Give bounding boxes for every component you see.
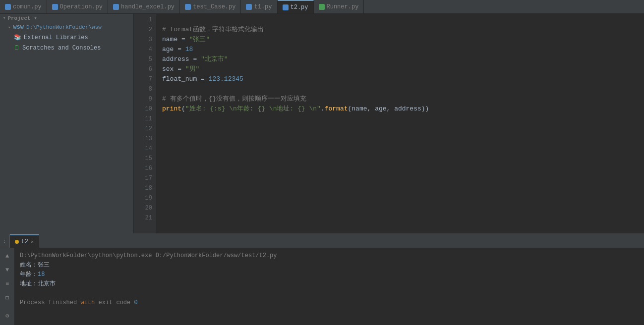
- project-arrow-icon: ▾: [8, 25, 10, 30]
- py-icon: [52, 4, 58, 10]
- close-icon[interactable]: ✕: [31, 239, 34, 245]
- tab-label: Runner.py: [327, 3, 359, 10]
- code-line-2: # format函数，字符串格式化输出: [162, 25, 644, 35]
- code-line-5: address = "北京市": [162, 54, 644, 64]
- tab-dot-yellow: [15, 240, 19, 244]
- code-line-7: float_num = 123.12345: [162, 74, 644, 84]
- project-path: D:\PythonWorkFolder\wsw: [26, 24, 102, 30]
- wrap-lines-button[interactable]: ≡: [2, 279, 12, 289]
- bottom-left-controls: :: [0, 234, 10, 248]
- tab-handle-excel-py[interactable]: handle_excel.py: [108, 0, 180, 14]
- terminal-cmd: D:\PythonWorkFolder\python\python.exe D:…: [20, 251, 639, 261]
- bottom-tab-label: t2: [21, 238, 28, 245]
- code-line-8: [162, 84, 644, 94]
- sidebar-item-external-libraries[interactable]: 📚 External Libraries: [0, 32, 133, 43]
- terminal-line-2: 年龄：18: [20, 270, 639, 279]
- code-line-12: [162, 124, 644, 134]
- tab-comun-py[interactable]: comun.py: [0, 0, 47, 14]
- tab-label: handle_excel.py: [121, 3, 175, 10]
- code-line-14: [162, 144, 644, 154]
- terminal-finished: Process finished with exit code 0: [20, 298, 639, 308]
- sidebar-label: Scratches and Consoles: [22, 45, 101, 52]
- code-line-10: print("姓名: {:s} \n年龄: {} \n地址: {} \n".fo…: [162, 104, 644, 114]
- tab-label: t1.py: [254, 3, 272, 10]
- run-label: :: [3, 238, 6, 244]
- line-numbers: 1 2 3 4 5 6 7 8 9 10 11 12 13 14 15 16 1…: [134, 14, 156, 233]
- settings-button[interactable]: ⚙: [2, 311, 12, 321]
- py-icon: [185, 4, 191, 10]
- code-line-6: sex = "男": [162, 64, 644, 74]
- library-icon: 📚: [14, 34, 21, 41]
- code-content[interactable]: # format函数，字符串格式化输出 name = "张三" age = 18…: [156, 14, 644, 233]
- editor-area: 1 2 3 4 5 6 7 8 9 10 11 12 13 14 15 16 1…: [134, 14, 644, 233]
- bottom-tab-t2[interactable]: t2 ✕: [10, 234, 39, 248]
- bottom-panel: : t2 ✕ ▲ ▼ ≡ ⊟ ⚙ D:\PythonWorkFolder\pyt…: [0, 233, 644, 325]
- scroll-down-button[interactable]: ▼: [2, 265, 12, 275]
- sidebar: ▾ Project ▾ ▾ wsw D:\PythonWorkFolder\ws…: [0, 14, 134, 233]
- scratch-icon: 🗒: [14, 44, 20, 52]
- sidebar-item-scratches-consoles[interactable]: 🗒 Scratches and Consoles: [0, 43, 133, 53]
- tab-label: t2.py: [291, 4, 308, 11]
- code-line-13: [162, 134, 644, 144]
- project-label: Project ▾: [7, 15, 37, 21]
- run-icon: [319, 4, 325, 10]
- tab-test-case-py[interactable]: test_Case.py: [180, 0, 241, 14]
- tab-runner-py[interactable]: Runner.py: [314, 0, 364, 14]
- tab-label: comun.py: [13, 3, 42, 10]
- code-line-3: name = "张三": [162, 35, 644, 45]
- bottom-side-controls: ▲ ▼ ≡ ⊟ ⚙: [0, 248, 15, 325]
- bottom-tab-bar: : t2 ✕: [0, 234, 644, 248]
- code-line-11: [162, 114, 644, 124]
- py-icon: [246, 4, 252, 10]
- terminal-line-empty: [20, 289, 639, 298]
- terminal-line-1: 姓名：张三: [20, 261, 639, 270]
- py-icon: [5, 4, 11, 10]
- tab-operation-py[interactable]: Operation.py: [47, 0, 108, 14]
- code-line-15: [162, 154, 644, 163]
- filter-button[interactable]: ⊟: [2, 293, 12, 303]
- project-name: wsw: [13, 24, 24, 31]
- tab-bar: comun.py Operation.py handle_excel.py te…: [0, 0, 644, 14]
- code-line-17: [162, 173, 644, 183]
- code-line-19: [162, 193, 644, 203]
- main-area: ▾ Project ▾ ▾ wsw D:\PythonWorkFolder\ws…: [0, 14, 644, 233]
- tab-label: test_Case.py: [193, 3, 235, 10]
- py-icon: [113, 4, 119, 10]
- code-line-9: # 有多个值时，{}没有值，则按顺序一一对应填充: [162, 94, 644, 104]
- code-container[interactable]: 1 2 3 4 5 6 7 8 9 10 11 12 13 14 15 16 1…: [134, 14, 644, 233]
- bottom-content: ▲ ▼ ≡ ⊟ ⚙ D:\PythonWorkFolder\python\pyt…: [0, 248, 644, 325]
- scroll-up-button[interactable]: ▲: [2, 251, 12, 261]
- sidebar-label: External Libraries: [24, 34, 88, 41]
- project-header[interactable]: ▾ Project ▾: [0, 14, 133, 22]
- tab-t1-py[interactable]: t1.py: [241, 0, 277, 14]
- code-line-20: [162, 203, 644, 213]
- sidebar-item-project[interactable]: ▾ wsw D:\PythonWorkFolder\wsw: [0, 22, 133, 32]
- tab-label: Operation.py: [60, 3, 103, 10]
- py-icon: [283, 4, 289, 10]
- terminal-output[interactable]: D:\PythonWorkFolder\python\python.exe D:…: [15, 248, 644, 325]
- chevron-down-icon: ▾: [3, 15, 5, 21]
- terminal-line-3: 地址：北京市: [20, 279, 639, 289]
- tab-t2-py[interactable]: t2.py: [278, 0, 314, 14]
- code-line-4: age = 18: [162, 45, 644, 54]
- code-line-21: [162, 213, 644, 223]
- code-line-18: [162, 183, 644, 193]
- code-line-1: [162, 15, 644, 25]
- code-line-16: [162, 163, 644, 173]
